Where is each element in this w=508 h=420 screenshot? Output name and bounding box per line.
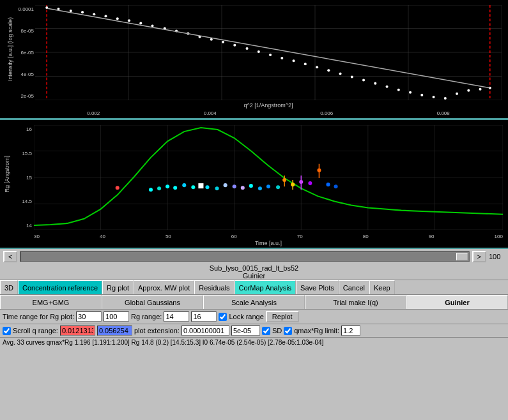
tab-row2: EMG+GMG Global Gaussians Scale Analysis … — [0, 294, 508, 309]
svg-point-67 — [149, 188, 153, 191]
y-tick: 6e-05 — [21, 50, 34, 56]
plot-ext-input[interactable] — [181, 326, 229, 336]
bottom-plot-svg — [34, 125, 503, 230]
tab-residuals[interactable]: Residuals — [194, 280, 234, 294]
next-button[interactable]: > — [472, 251, 486, 262]
y-tick: 15.5 — [22, 151, 32, 156]
slider-section: < > 100 — [0, 249, 508, 264]
rg-to-input[interactable] — [191, 311, 217, 322]
svg-point-93 — [334, 184, 338, 188]
svg-point-76 — [224, 183, 227, 187]
scroll-label: Scroll q range: — [13, 327, 58, 334]
svg-point-33 — [281, 57, 283, 59]
mode-label: Guinier — [243, 272, 265, 280]
tab-scale-analysis[interactable]: Scale Analysis — [203, 295, 305, 309]
scroll-row: Scroll q range: plot extension: SD qmax*… — [0, 324, 508, 337]
svg-point-92 — [326, 183, 330, 186]
svg-point-45 — [420, 94, 423, 96]
sd-checkbox[interactable] — [262, 327, 270, 335]
replot-button[interactable]: Replot — [266, 311, 299, 322]
svg-point-44 — [409, 91, 412, 94]
tab-cancel[interactable]: Cancel — [339, 280, 369, 294]
tab-cormap[interactable]: CorMap Analysis — [235, 280, 296, 294]
bottom-y-label: Rg [Angstrom] — [4, 156, 10, 193]
top-x-label: q^2 [1/Angstrom^2] — [244, 102, 293, 109]
scroll-checkbox[interactable] — [3, 327, 11, 335]
time-range-label: Time range for Rg plot: — [3, 313, 74, 320]
qmaxrg-checkbox[interactable] — [284, 327, 292, 335]
x-tick: 60 — [231, 234, 237, 239]
q-from-input[interactable] — [60, 326, 95, 336]
x-tick: 0.002 — [87, 110, 100, 116]
tab-rg-plot[interactable]: Rg plot — [102, 280, 134, 294]
svg-point-35 — [304, 63, 307, 65]
tab-guinier[interactable]: Guinier — [406, 295, 508, 309]
top-y-label: Intensity [a.u.] (log scale) — [7, 17, 13, 81]
tab-3d[interactable]: 3D — [0, 280, 18, 294]
x-tick: 0.006 — [320, 110, 333, 116]
qmaxrg-input[interactable] — [341, 326, 360, 336]
time-from-input[interactable] — [76, 311, 102, 322]
y-tick: 14.5 — [22, 199, 32, 204]
bottom-plot-wrapper: Rg [Angstrom] 16 15.5 15 14.5 14 — [0, 120, 508, 248]
plot-ext-label: plot extension: — [134, 327, 180, 334]
svg-point-47 — [444, 97, 447, 100]
top-plot-wrapper: Intensity [a.u.] (log scale) 0.0001 8e-0… — [0, 0, 508, 118]
svg-point-69 — [165, 184, 169, 188]
svg-point-17 — [93, 13, 95, 15]
tab-mw-plot[interactable]: Approx. MW plot — [134, 280, 194, 294]
svg-point-39 — [351, 75, 353, 78]
svg-point-40 — [362, 79, 365, 82]
svg-point-94 — [116, 186, 119, 190]
svg-point-28 — [222, 41, 224, 43]
x-tick: 30 — [34, 234, 40, 239]
q-to-input[interactable] — [97, 326, 132, 336]
tab-global-gaussians[interactable]: Global Gaussians — [102, 295, 203, 309]
svg-point-15 — [70, 10, 72, 12]
tab-trial-make[interactable]: Trial make I(q) — [305, 295, 406, 309]
svg-point-31 — [258, 50, 260, 53]
tab-concentration[interactable]: Concentration reference — [18, 280, 102, 294]
svg-point-46 — [433, 96, 435, 98]
svg-point-71 — [182, 183, 186, 187]
svg-point-82 — [276, 185, 280, 189]
svg-point-48 — [456, 93, 458, 95]
prev-button[interactable]: < — [3, 251, 17, 262]
svg-point-34 — [293, 59, 295, 62]
param-row: Time range for Rg plot: Rg range: Lock r… — [0, 309, 508, 324]
svg-point-80 — [258, 186, 262, 190]
svg-point-18 — [104, 15, 107, 17]
svg-point-38 — [339, 72, 342, 75]
tab-keep[interactable]: Keep — [369, 280, 395, 294]
val2-input[interactable] — [231, 326, 260, 336]
lock-range-checkbox[interactable] — [219, 313, 227, 321]
time-to-input[interactable] — [104, 311, 129, 322]
tab-save-plots[interactable]: Save Plots — [296, 280, 339, 294]
rg-from-input[interactable] — [164, 311, 189, 322]
status-text: Avg. 33 curves qmax*Rg 1.196 [1.191:1.20… — [3, 339, 323, 346]
svg-rect-73 — [198, 183, 203, 188]
y-tick: 14 — [26, 223, 32, 229]
svg-point-21 — [139, 22, 142, 24]
sub-filename: Sub_lyso_0015_rad_lt_bs52 — [210, 264, 298, 272]
svg-point-74 — [205, 185, 209, 189]
qmaxrg-label: qmax*Rg limit: — [294, 327, 339, 334]
time-slider[interactable] — [20, 251, 469, 262]
tab-emg-gmg[interactable]: EMG+GMG — [0, 295, 102, 309]
svg-point-68 — [157, 186, 161, 190]
top-plot-svg — [35, 5, 502, 100]
y-tick: 4e-05 — [21, 71, 34, 77]
svg-point-77 — [233, 184, 236, 188]
x-tick: 0.008 — [437, 110, 450, 116]
svg-rect-0 — [35, 5, 502, 100]
bottom-x-label: Time [a.u.] — [255, 240, 282, 246]
svg-point-42 — [386, 86, 389, 88]
svg-point-37 — [327, 69, 330, 71]
sub-label-section: Sub_lyso_0015_rad_lt_bs52 Guinier — [0, 264, 508, 280]
svg-point-36 — [316, 66, 318, 68]
svg-point-29 — [233, 44, 236, 47]
svg-point-32 — [269, 54, 272, 56]
y-tick: 2e-05 — [21, 93, 34, 99]
x-tick: 100 — [495, 234, 503, 239]
svg-point-78 — [241, 186, 245, 190]
